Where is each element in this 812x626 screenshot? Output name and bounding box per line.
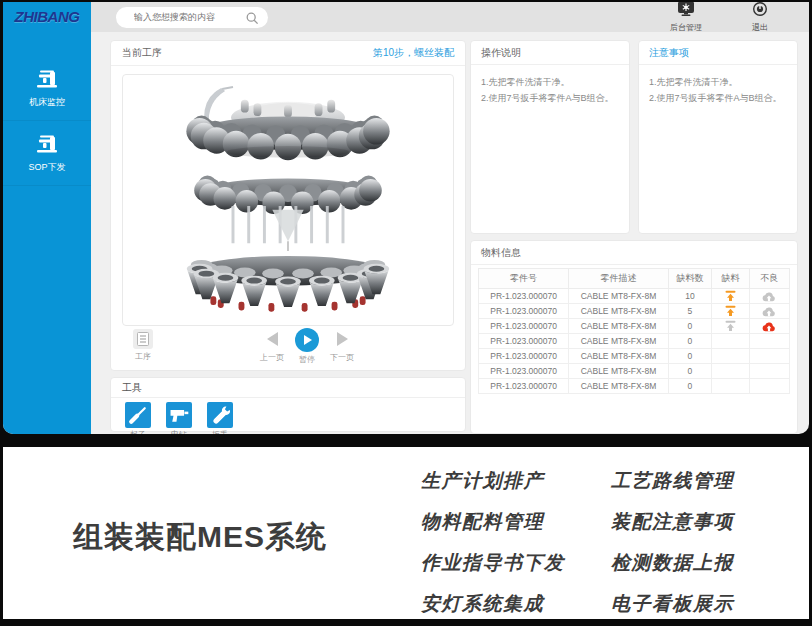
search-bar[interactable] (116, 7, 268, 28)
topbar: 后台管理 退出 (91, 2, 809, 32)
cnc-machine-icon (35, 134, 59, 154)
admin-monitor-icon (677, 3, 695, 20)
cell-shortage-count: 0 (668, 379, 712, 394)
pause-label: 暂停 (288, 354, 326, 365)
material-row: PR-1.023.000070 CABLE MT8-FX-8M 0 (479, 364, 790, 379)
tool-wrench[interactable]: 扳手 (203, 402, 237, 434)
col-defect: 不良 (749, 269, 789, 289)
material-row: PR-1.023.000070 CABLE MT8-FX-8M 0 (479, 349, 790, 364)
notice-panel: 注意事项 1.先把零件洗清干净。2.使用7号扳手将零件A与B组合。 (638, 40, 798, 234)
drill-icon (166, 402, 192, 428)
operation-lines: 1.先把零件洗清干净。2.使用7号扳手将零件A与B组合。 (471, 65, 629, 115)
cell-shortage-count: 0 (668, 319, 712, 334)
cell-part-no: PR-1.023.000070 (479, 349, 569, 364)
prev-page-button[interactable]: 上一页 (253, 326, 291, 363)
operation-line: 2.使用7号扳手将零件A与B组合。 (481, 90, 619, 106)
tools-title: 工具 (111, 378, 465, 398)
sidebar-item[interactable]: SOP下发 (3, 121, 91, 186)
tool-drill-label: 电钻 (162, 429, 196, 434)
logout-button[interactable]: 退出 (737, 2, 783, 33)
cell-shortage-count: 10 (668, 289, 712, 304)
cell-defect-icon (749, 334, 789, 349)
shortage-upload-icon[interactable] (724, 305, 737, 317)
shortage-upload-icon[interactable] (724, 320, 737, 332)
material-title: 物料信息 (471, 241, 797, 265)
cell-shortage-icon (712, 289, 749, 304)
prev-label: 上一页 (253, 352, 291, 363)
notice-lines: 1.先把零件洗清干净。2.使用7号扳手将零件A与B组合。 (639, 65, 797, 115)
material-row: PR-1.023.000070 CABLE MT8-FX-8M 10 (479, 289, 790, 304)
tool-drill[interactable]: 电钻 (162, 402, 196, 434)
topbar-actions: 后台管理 退出 (663, 2, 783, 33)
screwdriver-icon (125, 402, 151, 428)
feature-item: 安灯系统集成 (421, 583, 565, 624)
cell-shortage-icon (712, 319, 749, 334)
play-icon (295, 328, 319, 352)
defect-cloud-icon[interactable] (762, 321, 776, 332)
prev-icon (267, 332, 278, 346)
cell-shortage-count: 0 (668, 364, 712, 379)
sidebar-item-label: 机床监控 (3, 96, 91, 109)
cell-part-no: PR-1.023.000070 (479, 319, 569, 334)
cell-defect-icon (749, 364, 789, 379)
shortage-upload-icon[interactable] (724, 290, 737, 302)
logout-button-label: 退出 (737, 22, 783, 33)
process-list-icon (133, 329, 153, 349)
cell-shortage-icon (712, 334, 749, 349)
material-row: PR-1.023.000070 CABLE MT8-FX-8M 0 (479, 379, 790, 394)
notice-line: 2.使用7号扳手将零件A与B组合。 (649, 90, 787, 106)
player-controls: 工序 上一页 暂停 下一页 (111, 326, 465, 368)
sidebar-item[interactable]: 机床监控 (3, 56, 91, 121)
mes-title: 组装装配MES系统 (73, 517, 327, 558)
sidebar-item-label: SOP下发 (3, 161, 91, 174)
col-part-no: 零件号 (479, 269, 569, 289)
material-card: 物料信息 零件号 零件描述 缺料数 缺料 不良 PR-1.023.000070 … (470, 240, 798, 434)
feature-item: 检测数据上报 (611, 542, 734, 583)
wrench-icon (207, 402, 233, 428)
next-label: 下一页 (323, 352, 361, 363)
defect-cloud-icon[interactable] (762, 306, 776, 317)
cell-desc: CABLE MT8-FX-8M (569, 334, 669, 349)
brand-logo: ZHIBANG (3, 2, 91, 32)
cell-part-no: PR-1.023.000070 (479, 304, 569, 319)
current-process-card: 当前工序 第10步，螺丝装配 (110, 40, 466, 371)
admin-button-label: 后台管理 (663, 22, 709, 33)
cell-defect-icon (749, 349, 789, 364)
current-process-title: 当前工序 (122, 41, 162, 65)
notice-title: 注意事项 (639, 41, 797, 65)
admin-button[interactable]: 后台管理 (663, 2, 709, 33)
col-desc: 零件描述 (569, 269, 669, 289)
cell-defect-icon (749, 289, 789, 304)
col-shortage-count: 缺料数 (668, 269, 712, 289)
cell-part-no: PR-1.023.000070 (479, 289, 569, 304)
pause-button[interactable]: 暂停 (288, 326, 326, 365)
feature-item: 生产计划排产 (421, 460, 565, 501)
cell-desc: CABLE MT8-FX-8M (569, 304, 669, 319)
material-row: PR-1.023.000070 CABLE MT8-FX-8M 0 (479, 334, 790, 349)
feature-item: 装配注意事项 (611, 501, 734, 542)
feature-item: 物料配料管理 (421, 501, 565, 542)
next-page-button[interactable]: 下一页 (323, 326, 361, 363)
power-icon (752, 3, 768, 20)
cnc-machine-icon (35, 69, 59, 89)
defect-cloud-icon[interactable] (762, 291, 776, 302)
marketing-band: 组装装配MES系统 生产计划排产物料配料管理作业指导书下发安灯系统集成 工艺路线… (3, 447, 809, 619)
cell-defect-icon (749, 319, 789, 334)
feature-item: 作业指导书下发 (421, 542, 565, 583)
tool-screwdriver[interactable]: 起子 (121, 402, 155, 434)
cell-part-no: PR-1.023.000070 (479, 379, 569, 394)
process-image (122, 74, 454, 326)
search-icon[interactable] (246, 11, 259, 29)
cell-shortage-icon (712, 304, 749, 319)
sidebar: ZHIBANG 机床监控 SOP下发 (3, 2, 91, 434)
process-list-button[interactable]: 工序 (124, 326, 162, 362)
cell-desc: CABLE MT8-FX-8M (569, 379, 669, 394)
material-table: 零件号 零件描述 缺料数 缺料 不良 PR-1.023.000070 CABLE… (478, 268, 790, 394)
feature-item: 电子看板展示 (611, 583, 734, 624)
material-row: PR-1.023.000070 CABLE MT8-FX-8M 0 (479, 319, 790, 334)
tools-card: 工具 起子 (110, 377, 466, 432)
search-input[interactable] (116, 12, 234, 22)
material-table-header: 零件号 零件描述 缺料数 缺料 不良 (479, 269, 790, 289)
step-info: 第10步，螺丝装配 (373, 41, 454, 65)
cell-shortage-icon (712, 349, 749, 364)
